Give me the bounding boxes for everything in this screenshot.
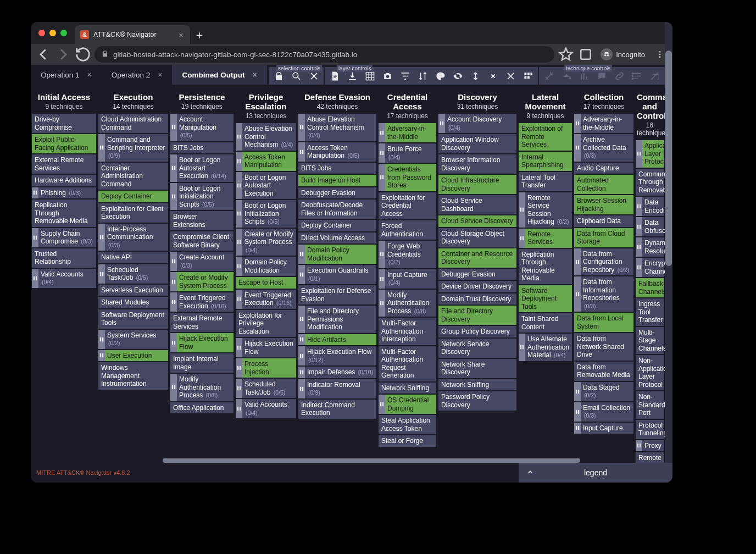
technique-cell[interactable]: Use Alternate Authentication Material (0… (519, 334, 572, 361)
technique-cell[interactable]: Shared Modules (98, 297, 168, 308)
technique-cell[interactable]: Valid Accounts (0/4) (236, 399, 296, 418)
technique-cell[interactable]: Clipboard Data (574, 215, 633, 227)
expand-subtechniques-icon[interactable] (519, 229, 525, 248)
technique-cell[interactable]: Network Share Discovery (438, 359, 516, 378)
technique-cell[interactable]: Native API (98, 252, 168, 263)
horizontal-scrollbar[interactable] (163, 458, 663, 463)
technique-cell[interactable]: Data from Local System (574, 313, 633, 332)
technique-cell[interactable]: OS Credential Dumping (379, 395, 436, 414)
technique-cell[interactable]: Proxy (636, 440, 664, 452)
technique-cell[interactable]: Deobfuscate/Decode Files or Information (298, 200, 376, 219)
technique-cell[interactable]: Remote Services (519, 229, 572, 248)
technique-cell[interactable]: Create or Modify System Process (0/4) (236, 229, 296, 256)
technique-cell[interactable]: Data Staged (0/2) (574, 382, 633, 401)
technique-cell[interactable]: Device Driver Discovery (438, 281, 516, 292)
technique-cell[interactable]: Replication Through Removable Media (519, 249, 572, 284)
technique-cell[interactable]: Create or Modify System Process (170, 272, 234, 291)
technique-cell[interactable]: Browser Extensions (170, 211, 234, 230)
expand-subtechniques-icon[interactable] (379, 269, 385, 289)
expand-subtechniques-icon[interactable] (298, 379, 305, 398)
technique-cell[interactable]: Scheduled Task/Job (0/5) (236, 379, 296, 398)
close-window-icon[interactable] (38, 30, 45, 36)
technique-cell[interactable]: File and Directory Discovery (438, 306, 516, 325)
technique-cell[interactable]: Network Service Discovery (438, 339, 516, 358)
expand-subtechniques-icon[interactable] (574, 248, 581, 276)
expand-subtechniques-icon[interactable] (236, 152, 242, 171)
expand-subtechniques-icon[interactable] (236, 229, 242, 256)
expand-subtechniques-icon[interactable] (379, 241, 385, 268)
color-palette-icon[interactable] (432, 67, 448, 85)
expand-subtechniques-icon[interactable] (298, 265, 305, 284)
expand-subtechniques-icon[interactable] (298, 245, 305, 264)
technique-cell[interactable]: Boot or Logon Autostart Execution (236, 172, 296, 200)
deselect-icon[interactable] (305, 67, 322, 85)
technique-cell[interactable]: Debugger Evasion (438, 269, 516, 280)
expand-subtechniques-icon[interactable] (236, 123, 242, 151)
expand-subtechniques-icon[interactable] (170, 252, 177, 271)
expand-subtechniques-icon[interactable] (298, 334, 305, 346)
technique-cell[interactable]: User Execution (98, 350, 168, 362)
technique-cell[interactable]: Ingress Tool Transfer (636, 298, 664, 326)
technique-cell[interactable]: Data Obfuscation (636, 217, 664, 236)
technique-cell[interactable]: Modify Authentication Process (0/8) (170, 374, 234, 401)
technique-cell[interactable]: Non-Standard Port (636, 391, 664, 419)
technique-cell[interactable]: Forced Authentication (379, 220, 436, 240)
technique-cell[interactable]: Non-Application Layer Protocol (636, 355, 664, 390)
technique-cell[interactable]: Container and Resource Discovery (438, 248, 516, 268)
sort-icon[interactable] (414, 67, 431, 85)
camera-icon[interactable] (379, 67, 396, 85)
config-icon[interactable] (502, 67, 519, 85)
technique-cell[interactable]: Network Sniffing (438, 379, 516, 391)
technique-cell[interactable]: Cloud Service Dashboard (438, 195, 516, 214)
link-icon[interactable] (611, 67, 627, 85)
layer-tab[interactable]: Combined Output× (172, 65, 266, 85)
expand-subtechniques-icon[interactable] (170, 292, 177, 312)
expand-subtechniques-icon[interactable] (636, 217, 642, 236)
expand-subtechniques-icon[interactable] (636, 197, 642, 216)
expand-subtechniques-icon[interactable] (170, 183, 177, 210)
expand-subtechniques-icon[interactable] (236, 172, 242, 200)
score-icon[interactable] (576, 67, 592, 85)
technique-cell[interactable]: Create Account (0/3) (170, 252, 234, 271)
technique-cell[interactable]: External Remote Services (170, 313, 234, 332)
technique-cell[interactable]: Windows Management Instrumentation (98, 362, 168, 390)
technique-cell[interactable]: Escape to Host (236, 277, 296, 289)
technique-cell[interactable]: Software Deployment Tools (519, 285, 572, 313)
expand-subtechniques-icon[interactable] (98, 134, 105, 162)
technique-cell[interactable]: Archive Collected Data (0/3) (574, 134, 633, 162)
expand-subtechniques-icon[interactable] (379, 395, 385, 414)
expand-subtechniques-icon[interactable] (519, 334, 525, 361)
technique-cell[interactable]: Exploitation for Privilege Escalation (236, 310, 296, 337)
technique-cell[interactable]: Account Discovery (0/4) (438, 114, 516, 133)
expand-subtechniques-icon[interactable] (379, 164, 385, 191)
tactic-header[interactable]: Defense Evasion42 techniques (297, 88, 377, 113)
layer-tab[interactable]: Operation 2× (102, 65, 173, 85)
filter-icon[interactable] (397, 67, 413, 85)
technique-cell[interactable]: Data from Network Shared Drive (574, 333, 633, 361)
matrix-scroll[interactable]: Initial Access9 techniquesDrive-by Compr… (31, 85, 672, 463)
technique-cell[interactable]: Domain Trust Discovery (438, 293, 516, 305)
technique-cell[interactable]: Abuse Elevation Control Mechanism (0/4) (298, 114, 376, 141)
clear-icon[interactable] (646, 67, 663, 85)
tactic-header[interactable]: Initial Access9 techniques (31, 88, 97, 113)
reload-button[interactable] (75, 46, 91, 63)
expand-subtechniques-icon[interactable] (574, 382, 581, 401)
bookmark-star-icon[interactable] (558, 46, 574, 63)
expand-subtechniques-icon[interactable] (32, 228, 38, 247)
technique-cell[interactable]: Domain Policy Modification (298, 245, 376, 264)
back-button[interactable] (35, 46, 52, 63)
tactic-header[interactable]: Lateral Movement9 techniques (518, 88, 573, 122)
technique-cell[interactable]: BITS Jobs (298, 163, 376, 174)
expand-subtechniques-icon[interactable] (236, 338, 242, 357)
close-tab-icon[interactable]: × (179, 30, 184, 40)
technique-cell[interactable]: Scheduled Task/Job (0/5) (98, 264, 168, 284)
technique-cell[interactable]: Implant Internal Image (170, 353, 234, 373)
technique-cell[interactable]: Protocol Tunneling (636, 420, 664, 439)
expand-subtechniques-icon[interactable] (574, 423, 581, 434)
technique-cell[interactable]: Data from Cloud Storage (574, 228, 633, 247)
technique-cell[interactable]: Trusted Relationship (32, 248, 96, 268)
technique-cell[interactable]: Event Triggered Execution (0/16) (236, 290, 296, 309)
expand-subtechniques-icon[interactable] (170, 114, 177, 141)
expand-subtechniques-icon[interactable] (236, 358, 242, 378)
technique-cell[interactable]: Steal or Forge (379, 435, 436, 447)
